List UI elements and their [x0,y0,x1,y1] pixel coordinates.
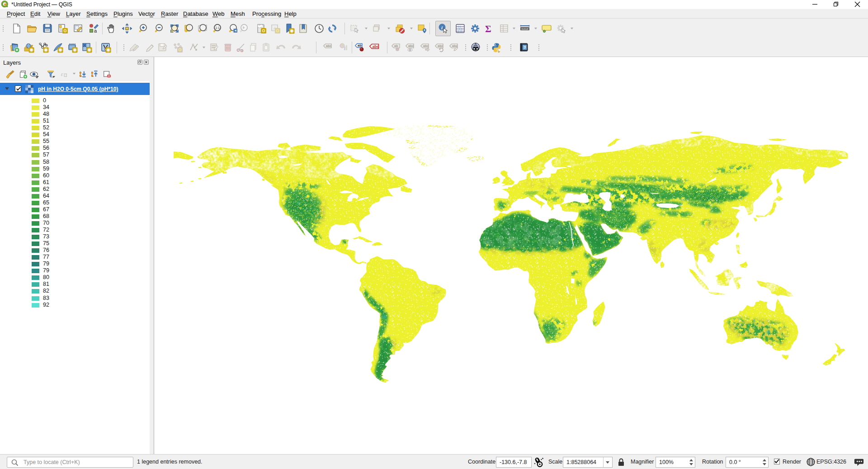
svg-text:abc: abc [452,44,458,47]
svg-text:a: a [94,28,97,33]
svg-text:1:1: 1:1 [215,26,220,29]
svg-text:?: ? [524,45,526,50]
svg-text:abc: abc [423,44,429,47]
svg-text:ab: ab [358,43,362,47]
svg-text:ε: ε [61,71,63,77]
svg-text:abc: abc [326,44,331,47]
svg-text:abc: abc [438,44,443,47]
svg-text:Σ: Σ [485,24,491,34]
svg-text:abc: abc [408,44,414,47]
svg-text:ab: ab [394,44,398,47]
svg-text:abc: abc [373,44,379,49]
